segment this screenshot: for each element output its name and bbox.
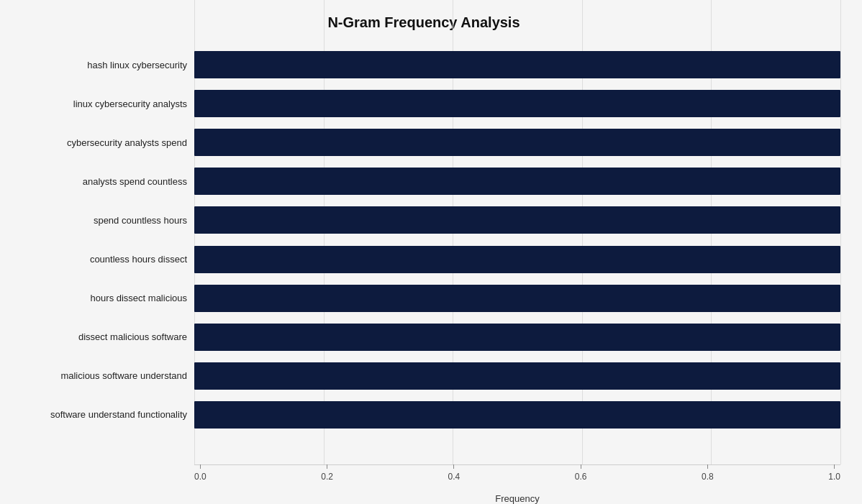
bar-row: spend countless hours	[7, 201, 840, 239]
x-tick: 0.8	[702, 464, 714, 482]
x-axis-title: Frequency	[194, 493, 840, 504]
bar-label: hours dissect malicious	[7, 293, 194, 303]
x-tick-label: 0.0	[194, 472, 207, 482]
x-tick-line	[834, 464, 835, 469]
x-tick-line	[200, 464, 201, 469]
chart-area: hash linux cybersecuritylinux cybersecur…	[7, 45, 840, 434]
bar-track	[194, 283, 840, 313]
bar-label: linux cybersecurity analysts	[7, 98, 194, 109]
bar-fill	[194, 362, 840, 390]
bar-label: cybersecurity analysts spend	[7, 137, 194, 148]
x-tick-label: 0.4	[448, 472, 461, 482]
bar-fill	[194, 246, 840, 273]
bar-track	[194, 322, 840, 352]
bar-row: dissect malicious software	[7, 318, 840, 357]
bar-label: countless hours dissect	[7, 254, 194, 265]
bar-fill	[194, 285, 840, 312]
bar-row: software understand functionality	[7, 395, 840, 434]
x-tick-line	[581, 464, 581, 469]
bar-fill	[194, 206, 840, 234]
bar-track	[194, 205, 840, 235]
bar-track	[194, 244, 840, 275]
bar-track	[194, 50, 840, 80]
bar-row: hash linux cybersecurity	[7, 45, 840, 84]
x-tick-label: 0.2	[321, 472, 333, 482]
bar-fill	[194, 51, 840, 78]
x-tick: 1.0	[828, 464, 840, 482]
chart-container: N-Gram Frequency Analysis hash linux cyb…	[0, 0, 862, 504]
bar-label: hash linux cybersecurity	[7, 60, 194, 70]
bar-label: malicious software understand	[7, 370, 194, 381]
x-tick-label: 1.0	[828, 472, 840, 482]
x-tick-line	[453, 464, 454, 469]
x-tick: 0.2	[321, 464, 333, 482]
bar-label: software understand functionality	[7, 409, 194, 420]
bar-track	[194, 400, 840, 430]
x-tick-line	[707, 464, 708, 469]
x-tick: 0.0	[194, 464, 207, 482]
bar-row: analysts spend countless	[7, 162, 840, 201]
x-tick-label: 0.8	[702, 472, 714, 482]
x-ticks: 0.00.20.40.60.81.0	[194, 464, 840, 482]
x-tick: 0.4	[448, 464, 461, 482]
bar-row: malicious software understand	[7, 357, 840, 395]
bar-fill	[194, 401, 840, 429]
bar-row: hours dissect malicious	[7, 279, 840, 318]
bar-fill	[194, 129, 840, 156]
x-tick: 0.6	[575, 464, 587, 482]
x-axis-area: 0.00.20.40.60.81.0 Frequency	[194, 464, 840, 504]
bar-track	[194, 127, 840, 157]
bar-track	[194, 166, 840, 196]
grid-line-100	[840, 0, 841, 464]
bar-track	[194, 88, 840, 119]
bar-row: linux cybersecurity analysts	[7, 84, 840, 123]
bar-label: analysts spend countless	[7, 176, 194, 187]
bar-row: countless hours dissect	[7, 239, 840, 278]
bar-label: spend countless hours	[7, 215, 194, 226]
bar-fill	[194, 90, 840, 117]
bar-fill	[194, 168, 840, 195]
x-tick-line	[327, 464, 327, 469]
chart-title: N-Gram Frequency Analysis	[7, 14, 840, 31]
bar-track	[194, 361, 840, 391]
bar-label: dissect malicious software	[7, 331, 194, 342]
bar-fill	[194, 324, 840, 351]
x-tick-label: 0.6	[575, 472, 587, 482]
bar-row: cybersecurity analysts spend	[7, 123, 840, 162]
